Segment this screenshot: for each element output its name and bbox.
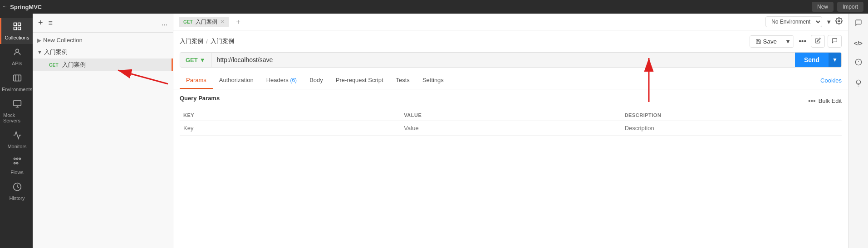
collections-icon: [13, 22, 22, 33]
lightbulb-icon[interactable]: [853, 78, 864, 90]
flows-icon: [13, 156, 22, 168]
flows-label: Flows: [10, 170, 24, 175]
save-dropdown-button[interactable]: ▼: [782, 36, 794, 47]
info-icon[interactable]: [853, 57, 864, 69]
app-header: ~ SpringMVC New Import: [0, 0, 868, 14]
save-label: Save: [763, 38, 777, 45]
svg-rect-0: [14, 23, 16, 26]
doc-button[interactable]: [828, 35, 842, 48]
bulk-edit-button[interactable]: Bulk Edit: [819, 97, 842, 104]
tab-method-badge: GET: [183, 19, 193, 24]
right-panel: </>: [848, 14, 868, 248]
sidebar-item-environments[interactable]: Environments: [0, 70, 33, 96]
query-params-title: Query Params: [180, 95, 220, 102]
param-value-input[interactable]: [404, 125, 617, 131]
breadcrumb: 入门案例 / 入门案例 Save ▼ •••: [180, 35, 842, 48]
new-button[interactable]: New: [812, 2, 834, 12]
new-collection-label: New Collection: [43, 37, 83, 44]
history-icon: [13, 182, 22, 194]
content-pane: GET 入门案例 ✕ ＋ No Environment ▼ 入门案例: [173, 14, 848, 248]
svg-rect-3: [14, 27, 16, 30]
request-item-intro[interactable]: GET 入门案例: [33, 58, 173, 71]
sidebar-item-collections[interactable]: Collections: [0, 18, 33, 44]
param-key-input[interactable]: [183, 125, 397, 131]
send-button[interactable]: Send: [795, 53, 829, 67]
env-dropdown-icon: ▼: [826, 19, 832, 25]
breadcrumb-actions: Save ▼ •••: [750, 35, 842, 48]
tab-close-icon[interactable]: ✕: [220, 19, 225, 25]
tab-headers[interactable]: Headers (6): [260, 72, 303, 89]
collections-label: Collections: [5, 35, 29, 40]
url-input[interactable]: [211, 53, 795, 67]
history-label: History: [9, 195, 25, 201]
monitors-label: Monitors: [7, 144, 26, 149]
environments-icon: [13, 73, 22, 85]
tab-tests[interactable]: Tests: [390, 72, 416, 89]
tab-pre-request-script[interactable]: Pre-request Script: [329, 72, 390, 89]
params-area: Query Params ••• Bulk Edit KEY VALUE DES…: [173, 89, 848, 248]
svg-point-13: [838, 20, 840, 22]
code-icon[interactable]: </>: [852, 38, 864, 49]
environments-label: Environments: [2, 87, 32, 92]
edit-button[interactable]: [811, 35, 825, 48]
monitors-icon: [13, 131, 22, 142]
method-chevron-icon: ▼: [200, 57, 206, 63]
add-collection-button[interactable]: +: [37, 17, 44, 29]
svg-rect-1: [18, 23, 20, 26]
tab-authorization[interactable]: Authorization: [213, 72, 260, 89]
svg-point-9: [19, 158, 20, 159]
cookies-link[interactable]: Cookies: [820, 73, 842, 88]
svg-point-11: [16, 162, 18, 164]
collection-name: 入门案例: [44, 48, 68, 56]
send-dropdown-button[interactable]: ▼: [829, 53, 841, 67]
top-settings-icon[interactable]: [835, 17, 843, 26]
send-button-group: Send ▼: [795, 53, 841, 67]
app-title: SpringMVC: [10, 4, 42, 10]
svg-point-10: [14, 162, 15, 164]
sidebar-item-monitors[interactable]: Monitors: [0, 127, 33, 153]
param-description-input[interactable]: [625, 125, 838, 131]
top-bar: GET 入门案例 ✕ ＋ No Environment ▼: [173, 14, 848, 30]
new-collection-item[interactable]: ▶ New Collection: [33, 34, 173, 46]
add-tab-button[interactable]: ＋: [233, 17, 244, 27]
sidebar-more-button[interactable]: ...: [161, 18, 168, 28]
svg-point-8: [16, 158, 18, 159]
request-name: 入门案例: [62, 61, 86, 69]
svg-rect-5: [13, 75, 21, 81]
environment-select[interactable]: No Environment: [765, 16, 822, 27]
app-logo-icon: ~: [3, 3, 6, 10]
svg-rect-6: [13, 101, 21, 106]
sidebar-item-history[interactable]: History: [0, 179, 33, 204]
request-more-button[interactable]: •••: [797, 35, 808, 47]
sidebar-item-apis[interactable]: APIs: [0, 44, 33, 70]
headers-badge: (6): [290, 77, 297, 83]
comment-icon[interactable]: [853, 17, 864, 30]
sidebar-item-mock-servers[interactable]: Mock Servers: [0, 96, 33, 127]
url-bar: GET ▼ Send ▼: [180, 52, 842, 68]
request-method-badge: GET: [49, 63, 59, 68]
tab-body[interactable]: Body: [303, 72, 329, 89]
request-area: 入门案例 / 入门案例 Save ▼ •••: [173, 30, 848, 68]
svg-point-7: [14, 158, 15, 159]
mock-servers-label: Mock Servers: [3, 112, 31, 123]
collection-intro-item[interactable]: ▼ 入门案例: [33, 46, 173, 58]
sidebar: + ≡ ... ▶ New Collection ▼ 入门案例 GET: [33, 14, 173, 248]
tab-settings[interactable]: Settings: [416, 72, 450, 89]
apis-icon: [13, 48, 22, 59]
save-button-group: Save ▼: [750, 35, 794, 48]
method-select[interactable]: GET ▼: [180, 53, 211, 67]
sidebar-header: + ≡ ...: [33, 14, 173, 33]
new-collection-arrow-icon: ▶: [37, 37, 41, 44]
params-table: KEY VALUE DESCRIPTION: [180, 110, 842, 136]
col-description-header: DESCRIPTION: [621, 110, 842, 121]
tab-params[interactable]: Params: [180, 72, 213, 89]
sidebar-item-flows[interactable]: Flows: [0, 153, 33, 179]
active-request-tab[interactable]: GET 入门案例 ✕: [179, 17, 229, 27]
col-value-header: VALUE: [400, 110, 621, 121]
collection-chevron-icon: ▼: [37, 49, 42, 55]
method-label: GET: [186, 57, 198, 63]
import-button[interactable]: Import: [837, 2, 863, 12]
filter-button[interactable]: ≡: [48, 18, 54, 28]
apis-label: APIs: [12, 61, 22, 66]
save-main-button[interactable]: Save: [750, 36, 782, 47]
